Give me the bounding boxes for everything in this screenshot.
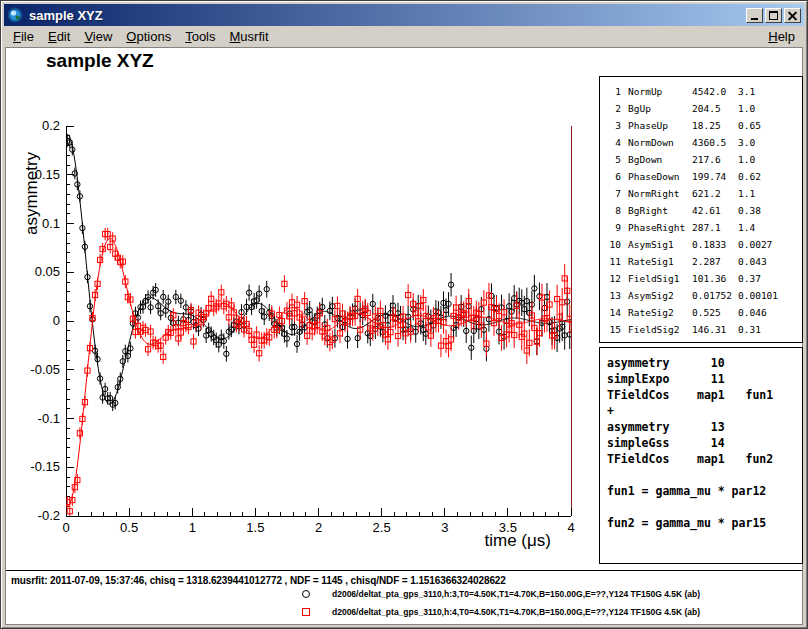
param-name: PhaseUp [628,117,692,134]
param-name: AsymSig2 [628,287,692,304]
menu-file[interactable]: File [6,27,41,46]
param-no: 6 [606,168,621,185]
svg-text:2.5: 2.5 [373,520,391,535]
param-name: FieldSig2 [628,321,692,338]
param-no: 9 [606,219,621,236]
param-no: 8 [606,202,621,219]
param-err: 0.046 [738,304,800,321]
param-no: 3 [606,117,621,134]
param-err: 3.0 [738,134,800,151]
param-no: 15 [606,321,621,338]
theory-line: simplExpo 11 [607,371,802,387]
param-row: 14RateSig20.5250.046 [606,304,800,321]
param-val: 42.61 [692,202,738,219]
param-err: 1.0 [738,100,800,117]
param-err: 0.38 [738,202,800,219]
param-name: PhaseRight [628,219,692,236]
param-name: PhaseDown [628,168,692,185]
theory-line: fun1 = gamma_mu * par12 [607,483,802,499]
param-row: 4NormDown4360.53.0 [606,134,800,151]
menu-help[interactable]: Help [761,27,802,46]
param-row: 15FieldSig2146.310.31 [606,321,800,338]
param-err: 3.1 [738,83,800,100]
param-name: BgDown [628,151,692,168]
svg-text:0.2: 0.2 [42,118,60,133]
param-err: 0.37 [738,270,800,287]
svg-text:3: 3 [441,520,448,535]
param-no: 11 [606,253,621,270]
param-row: 2BgUp204.51.0 [606,100,800,117]
svg-text:asymmetry: asymmetry [22,151,41,235]
svg-text:0: 0 [53,313,60,328]
divider-line [6,570,802,571]
svg-text:-0.15: -0.15 [30,459,60,474]
menubar: FileEditViewOptionsToolsMusrfit Help [4,26,804,47]
param-err: 1.1 [738,185,800,202]
param-name: RateSig2 [628,304,692,321]
svg-text:2: 2 [315,520,322,535]
svg-text:-0.1: -0.1 [38,411,60,426]
menu-view[interactable]: View [77,27,119,46]
param-err: 0.0027 [738,236,800,253]
minimize-button[interactable] [746,8,763,23]
canvas-area: sample XYZ -0.2-0.15-0.1-0.0500.050.10.1… [5,47,803,625]
param-no: 5 [606,151,621,168]
close-button[interactable] [784,8,801,23]
theory-box: asymmetry 10simplExpo 11TFieldCos map1 f… [599,347,803,564]
param-row: 13AsymSig20.017520.00101 [606,287,800,304]
maximize-button[interactable] [765,8,782,23]
menu-edit[interactable]: Edit [41,27,77,46]
theory-line [607,467,802,483]
legend-item: d2006/deltat_pta_gps_3110,h:4,T0=4.50K,T… [6,603,802,621]
param-name: FieldSig1 [628,270,692,287]
app-window: sample XYZ FileEditViewOptionsToolsMusrf… [0,0,808,629]
param-row: 9PhaseRight287.11.4 [606,219,800,236]
param-name: AsymSig1 [628,236,692,253]
param-row: 6PhaseDown199.740.62 [606,168,800,185]
theory-line: fun2 = gamma_mu * par15 [607,515,802,531]
param-val: 199.74 [692,168,738,185]
param-no: 12 [606,270,621,287]
param-row: 7NormRight621.21.1 [606,185,800,202]
theory-line: + [607,403,802,419]
param-row: 12FieldSig1101.360.37 [606,270,800,287]
svg-text:4: 4 [567,520,574,535]
param-val: 4542.0 [692,83,738,100]
window-title: sample XYZ [27,8,742,23]
minimize-icon [751,18,758,20]
param-val: 2.287 [692,253,738,270]
legend: d2006/deltat_pta_gps_3110,h:3,T0=4.50K,T… [6,585,802,621]
param-no: 2 [606,100,621,117]
param-row: 10AsymSig10.18330.0027 [606,236,800,253]
menubar-right: Help [761,27,802,46]
legend-label: d2006/deltat_pta_gps_3110,h:3,T0=4.50K,T… [332,589,700,599]
svg-text:0: 0 [62,520,69,535]
menu-tools[interactable]: Tools [178,27,222,46]
theory-line: TFieldCos map1 fun1 [607,387,802,403]
param-row: 11RateSig12.2870.043 [606,253,800,270]
menu-musrfit[interactable]: Musrfit [223,27,276,46]
circle-marker-icon [302,590,310,598]
svg-text:1.5: 1.5 [246,520,264,535]
param-val: 0.01752 [692,287,738,304]
param-row: 8BgRight42.610.38 [606,202,800,219]
param-row: 5BgDown217.61.0 [606,151,800,168]
svg-text:0.1: 0.1 [42,216,60,231]
theory-line: asymmetry 13 [607,419,802,435]
theory-line: TFieldCos map1 fun2 [607,451,802,467]
titlebar[interactable]: sample XYZ [4,4,804,26]
param-val: 101.36 [692,270,738,287]
legend-label: d2006/deltat_pta_gps_3110,h:4,T0=4.50K,T… [332,607,700,617]
param-row: 1NormUp4542.03.1 [606,83,800,100]
param-val: 4360.5 [692,134,738,151]
param-no: 4 [606,134,621,151]
param-val: 18.25 [692,117,738,134]
param-name: NormDown [628,134,692,151]
legend-item: d2006/deltat_pta_gps_3110,h:3,T0=4.50K,T… [6,585,802,603]
param-err: 1.0 [738,151,800,168]
theory-line: asymmetry 10 [607,355,802,371]
theory-line [607,499,802,515]
param-err: 0.00101 [738,287,800,304]
parameter-box: 1NormUp4542.03.12BgUp204.51.03PhaseUp18.… [599,76,803,343]
menu-options[interactable]: Options [119,27,178,46]
